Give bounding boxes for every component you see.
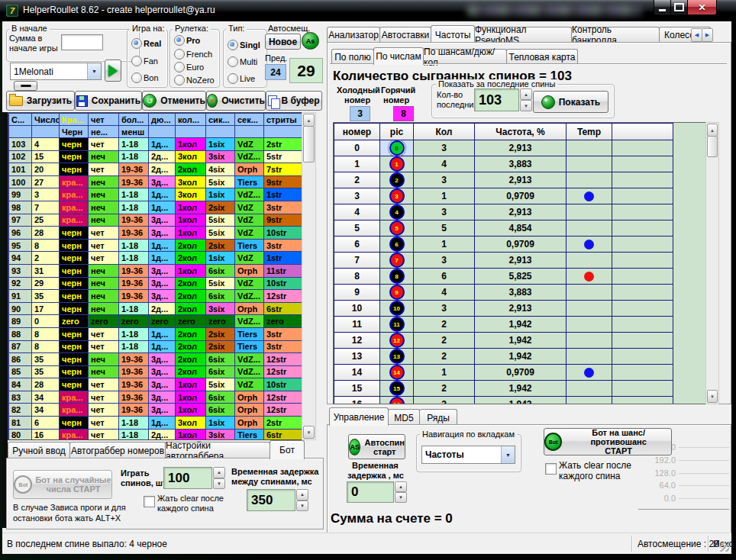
history-cell[interactable]: zero	[206, 315, 235, 328]
history-cell[interactable]: черн	[60, 138, 89, 151]
number-cell[interactable]: 9	[334, 285, 380, 301]
history-cell[interactable]: VdZ...	[235, 315, 264, 328]
history-cell[interactable]: 6six	[206, 365, 235, 378]
column-header[interactable]: Черн	[60, 126, 89, 138]
history-cell[interactable]: неч	[89, 353, 119, 366]
history-cell[interactable]: 2str	[264, 138, 303, 151]
history-cell[interactable]: 3д...	[149, 214, 176, 227]
history-cell[interactable]: 6six	[206, 290, 235, 303]
resize-grip[interactable]	[720, 542, 729, 552]
autospin-start-button[interactable]: AS Автоспинстарт	[348, 434, 405, 459]
history-cell[interactable]: 19-36	[119, 404, 149, 417]
history-cell[interactable]: 1д...	[149, 201, 176, 214]
history-cell[interactable]: черн	[60, 163, 89, 176]
history-cell[interactable]: 92	[9, 277, 32, 290]
history-cell[interactable]: 88	[9, 327, 32, 340]
history-cell[interactable]: 35	[32, 353, 60, 366]
history-cell[interactable]: Tiers	[235, 429, 264, 440]
history-cell[interactable]: 15	[32, 150, 60, 163]
count-last-stepper[interactable]: 103 ▲▼	[474, 89, 532, 111]
tab-by-numbers[interactable]: По числам	[373, 47, 424, 65]
empty-cell[interactable]	[612, 349, 673, 365]
history-cell[interactable]: VdZ...	[235, 188, 264, 201]
history-cell[interactable]: 98	[9, 201, 32, 214]
radio-multi[interactable]	[228, 56, 238, 67]
count-cell[interactable]: 4	[414, 285, 475, 301]
pic-cell[interactable]: 1	[380, 156, 414, 172]
radio-pro[interactable]	[174, 35, 185, 46]
empty-cell[interactable]	[612, 188, 673, 204]
empty-cell[interactable]	[612, 237, 673, 253]
new-button[interactable]: Новое	[265, 34, 301, 50]
frequency-cell[interactable]: 0,9709	[475, 237, 567, 253]
history-cell[interactable]: 1-18	[119, 327, 149, 340]
history-cell[interactable]: zero	[119, 315, 149, 328]
history-cell[interactable]: 19-36	[119, 391, 149, 404]
history-cell[interactable]: 2кол	[176, 353, 206, 366]
history-cell[interactable]: 1кол	[176, 201, 206, 214]
radio-french[interactable]	[174, 49, 185, 60]
history-cell[interactable]: 2six	[206, 340, 235, 353]
history-cell[interactable]: 5six	[206, 175, 235, 188]
count-cell[interactable]: 1	[414, 188, 475, 204]
count-cell[interactable]: 3	[414, 253, 475, 269]
pic-cell[interactable]: 16	[380, 397, 414, 405]
start-sum-input[interactable]	[61, 34, 103, 50]
frequency-cell[interactable]: 0,9709	[475, 365, 567, 381]
column-header[interactable]	[176, 126, 206, 138]
frequency-cell[interactable]: 1,942	[475, 397, 567, 405]
radio-bon[interactable]	[131, 72, 142, 83]
history-cell[interactable]: черн	[60, 150, 89, 163]
history-cell[interactable]: 6six	[206, 391, 235, 404]
radio-real[interactable]	[131, 38, 142, 49]
temp-cell[interactable]	[567, 156, 612, 172]
history-cell[interactable]: 3str	[264, 239, 303, 252]
history-cell[interactable]: чет	[89, 391, 119, 404]
scroll-down-icon[interactable]: ▼	[707, 390, 718, 403]
history-cell[interactable]: 3six	[206, 429, 235, 440]
history-cell[interactable]: 1кол	[176, 378, 206, 391]
stepper-up-icon[interactable]: ▲	[213, 467, 225, 478]
pic-cell[interactable]: 0	[380, 140, 414, 156]
stepper-down-icon[interactable]: ▼	[296, 500, 308, 512]
count-cell[interactable]: 1	[414, 237, 475, 253]
spins-count-value[interactable]: 100	[163, 467, 212, 489]
history-cell[interactable]: черн	[60, 277, 89, 290]
number-cell[interactable]: 14	[334, 365, 380, 381]
history-cell[interactable]: 2кол	[176, 277, 206, 290]
temp-cell[interactable]	[567, 253, 612, 269]
column-header[interactable]: чет	[89, 114, 119, 126]
history-cell[interactable]: 84	[9, 378, 32, 391]
history-cell[interactable]: 3кол	[176, 188, 206, 201]
history-cell[interactable]: VdZ	[235, 252, 264, 265]
history-cell[interactable]: 102	[9, 150, 32, 163]
history-cell[interactable]: 10str	[264, 378, 303, 391]
maximize-button[interactable]	[670, 0, 688, 15]
history-cell[interactable]: 94	[9, 252, 32, 265]
number-cell[interactable]: 3	[334, 188, 380, 204]
column-header[interactable]: кол...	[176, 114, 206, 126]
random-bot-start-button[interactable]: Bot Бот на случайныечисла СТАРТ	[13, 470, 112, 499]
frequency-cell[interactable]: 2,913	[475, 253, 567, 269]
history-cell[interactable]: 1д...	[149, 340, 176, 353]
history-cell[interactable]: 83	[9, 391, 32, 404]
history-cell[interactable]: 10str	[264, 227, 303, 240]
frequency-cell[interactable]: 1,942	[475, 349, 567, 365]
column-header[interactable]	[235, 126, 264, 138]
history-cell[interactable]: 1кол	[176, 391, 206, 404]
history-cell[interactable]: неч	[89, 188, 119, 201]
column-header[interactable]	[9, 126, 32, 138]
history-cell[interactable]: 3д...	[149, 391, 176, 404]
nav-combobox[interactable]: Частоты ▼	[421, 446, 515, 464]
history-cell[interactable]: zero	[176, 315, 206, 328]
history-cell[interactable]: Orph	[235, 404, 264, 417]
history-cell[interactable]: 85	[9, 365, 32, 378]
history-cell[interactable]: 19-36	[119, 378, 149, 391]
history-cell[interactable]: 1-18	[119, 239, 149, 252]
history-cell[interactable]: 8	[32, 239, 60, 252]
history-cell[interactable]: 17	[32, 302, 60, 315]
history-cell[interactable]: 2кол	[176, 327, 206, 340]
temp-cell[interactable]	[567, 140, 612, 156]
history-cell[interactable]: 20	[32, 163, 60, 176]
history-cell[interactable]: 6six	[206, 404, 235, 417]
